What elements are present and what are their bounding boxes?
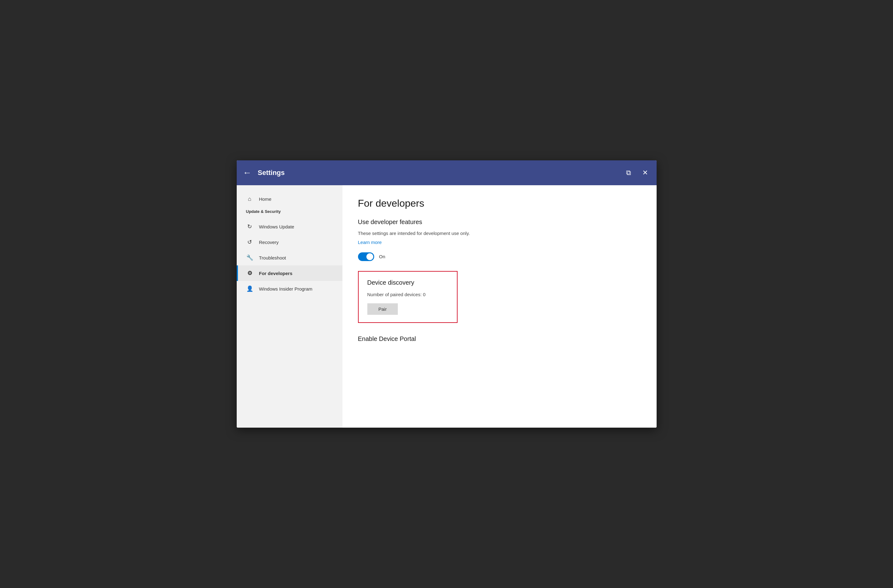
sidebar-item-windows-insider[interactable]: 👤 Windows Insider Program [237, 281, 343, 297]
learn-more-link[interactable]: Learn more [358, 240, 382, 245]
enable-device-portal-title: Enable Device Portal [358, 335, 641, 342]
sidebar-item-windows-update[interactable]: ↻ Windows Update [237, 219, 343, 234]
pair-button[interactable]: Pair [367, 303, 398, 315]
content-area: For developers Use developer features Th… [343, 185, 657, 428]
insider-icon: 👤 [246, 285, 254, 292]
troubleshoot-label: Troubleshoot [259, 255, 286, 260]
device-discovery-box: Device discovery Number of paired device… [358, 271, 457, 323]
windows-update-label: Windows Update [259, 224, 294, 230]
recovery-label: Recovery [259, 240, 279, 245]
paired-devices-info: Number of paired devices: 0 [367, 292, 448, 297]
page-title: For developers [358, 198, 641, 209]
main-area: ⌂ Home Update & Security ↻ Windows Updat… [237, 185, 657, 428]
titlebar: ← Settings ⧉ ✕ [237, 160, 657, 185]
home-label: Home [259, 196, 272, 202]
use-developer-desc: These settings are intended for developm… [358, 230, 641, 237]
use-developer-title: Use developer features [358, 219, 641, 226]
update-icon: ↻ [246, 223, 254, 230]
windows-insider-label: Windows Insider Program [259, 286, 313, 291]
window-title: Settings [258, 169, 285, 177]
restore-button[interactable]: ⧉ [624, 168, 634, 177]
sidebar-item-home[interactable]: ⌂ Home [237, 192, 343, 207]
sidebar-item-for-developers[interactable]: ⚙ For developers [237, 266, 343, 281]
toggle-row: On [358, 252, 641, 261]
settings-window: ← Settings ⧉ ✕ ⌂ Home Update & Security … [237, 160, 657, 428]
toggle-label: On [379, 254, 385, 259]
device-discovery-title: Device discovery [367, 279, 448, 286]
sidebar-item-recovery[interactable]: ↺ Recovery [237, 234, 343, 250]
developer-toggle[interactable] [358, 252, 374, 261]
back-button[interactable]: ← [243, 168, 252, 177]
home-icon: ⌂ [246, 196, 254, 202]
troubleshoot-icon: 🔧 [246, 254, 254, 261]
for-developers-label: For developers [259, 271, 293, 276]
close-button[interactable]: ✕ [640, 168, 650, 177]
recovery-icon: ↺ [246, 238, 254, 246]
titlebar-controls: ⧉ ✕ [624, 168, 650, 177]
sidebar-item-troubleshoot[interactable]: 🔧 Troubleshoot [237, 250, 343, 266]
sidebar-section-title: Update & Security [237, 207, 343, 219]
developers-icon: ⚙ [246, 270, 254, 277]
sidebar: ⌂ Home Update & Security ↻ Windows Updat… [237, 185, 343, 428]
